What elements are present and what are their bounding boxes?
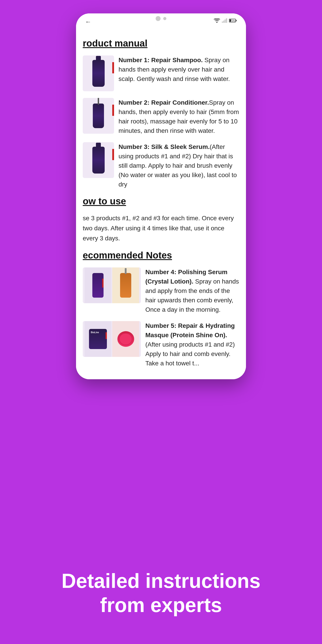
svg-rect-4	[222, 22, 223, 23]
phone-frame: ← 0%	[76, 14, 246, 379]
product-item-3: Number 3: Silk & Sleek Serum.(After usin…	[83, 142, 246, 189]
product-5-label: Number 5: Repair & Hydrating Masque (Pro…	[145, 322, 235, 338]
product-5-bottle-left: BioLine	[84, 321, 111, 357]
phone-wrapper: ← 0%	[76, 14, 246, 379]
product-1-text: Number 1: Repair Shampoo. Spray on hands…	[118, 56, 246, 84]
how-to-use-section: ow to use se 3 products #1, #2 and #3 fo…	[76, 196, 246, 243]
bottom-promo: Detailed instructions from experts	[0, 546, 322, 644]
product-1-label: Number 1: Repair Shampoo.	[118, 56, 203, 64]
promo-line2: from experts	[100, 594, 222, 616]
product-manual-title: roduct manual	[83, 38, 246, 49]
recommended-notes-section: ecommended Notes	[76, 250, 246, 368]
bottle-1	[92, 60, 105, 87]
svg-rect-7	[230, 20, 231, 22]
product-5-image: BioLine	[83, 321, 141, 357]
wifi-icon	[214, 18, 220, 23]
camera-dot	[156, 16, 160, 21]
product-2-label: Number 2: Repair Conditioner.	[118, 99, 209, 106]
product-2-text: Number 2: Repair Conditioner.Spray on ha…	[118, 98, 246, 136]
promo-title: Detailed instructions from experts	[18, 569, 304, 617]
product-item-4: Number 4: Polishing Serum (Crystal Lotio…	[83, 268, 246, 314]
product-item-1: Number 1: Repair Shampoo. Spray on hands…	[83, 56, 246, 91]
svg-rect-2	[224, 20, 226, 23]
product-3-text: Number 3: Silk & Sleek Serum.(After usin…	[118, 142, 246, 189]
phone-content: roduct manual Number 1: Repair Shampoo. …	[76, 29, 246, 379]
how-to-use-title: ow to use	[83, 196, 246, 206]
product-3-label: Number 3: Silk & Sleek Serum.	[118, 143, 210, 150]
product-1-image	[83, 56, 114, 91]
red-accent-3	[112, 149, 114, 160]
product-4-bottle-right	[112, 268, 139, 303]
product-manual-section: roduct manual Number 1: Repair Shampoo. …	[76, 38, 246, 189]
how-to-use-body: se 3 products #1, #2 and #3 for each tim…	[83, 213, 239, 243]
notch-area	[156, 16, 166, 21]
svg-rect-6	[236, 20, 236, 21]
sensor-dot	[163, 17, 166, 20]
svg-point-0	[216, 22, 218, 23]
product-item-5: BioLine Number 5: Repair & Hydrating Mas…	[83, 321, 246, 368]
product-5-desc: (After using products #1 and #2) Apply t…	[145, 341, 235, 367]
svg-text:0%: 0%	[232, 20, 235, 22]
svg-rect-3	[223, 20, 224, 23]
bottle-2	[93, 104, 104, 128]
product-4-image	[83, 268, 141, 303]
promo-line1: Detailed instructions	[62, 570, 260, 592]
svg-rect-1	[226, 18, 227, 23]
back-button[interactable]: ←	[85, 18, 91, 26]
product-5-jar-right	[112, 321, 139, 357]
product-4-text: Number 4: Polishing Serum (Crystal Lotio…	[145, 268, 246, 314]
product-3-image	[83, 142, 114, 178]
product-item-2: Number 2: Repair Conditioner.Spray on ha…	[83, 98, 246, 136]
signal-icon	[222, 18, 227, 23]
product-5-text: Number 5: Repair & Hydrating Masque (Pro…	[145, 321, 246, 368]
status-icons: 0%	[214, 18, 237, 23]
bottle-3	[92, 147, 105, 174]
product-2-image	[83, 98, 114, 134]
red-accent-2	[112, 105, 114, 116]
battery-icon: 0%	[229, 18, 237, 22]
red-accent-1	[112, 62, 114, 73]
recommended-notes-title: ecommended Notes	[83, 250, 246, 261]
status-bar: ← 0%	[76, 14, 246, 29]
product-4-bottle-left	[84, 268, 111, 303]
